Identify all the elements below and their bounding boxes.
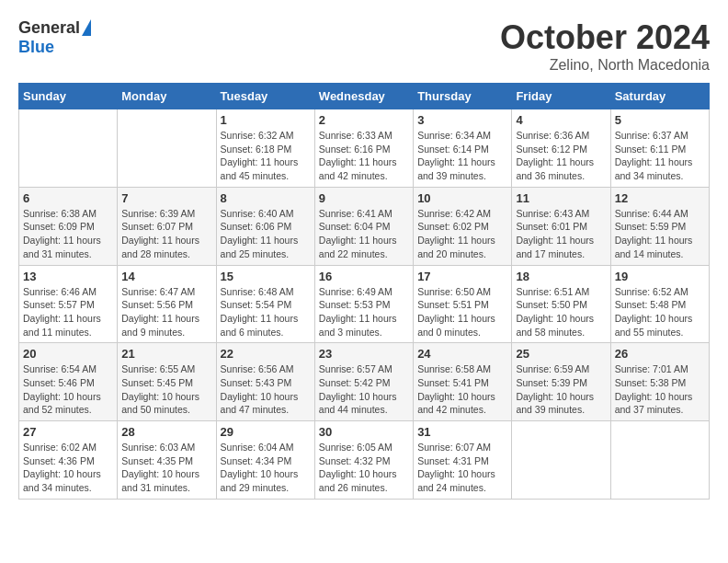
calendar-cell: 13Sunrise: 6:46 AMSunset: 5:57 PMDayligh… bbox=[19, 265, 118, 343]
day-number: 11 bbox=[516, 191, 606, 205]
calendar-cell: 14Sunrise: 6:47 AMSunset: 5:56 PMDayligh… bbox=[118, 265, 216, 343]
day-number: 10 bbox=[417, 191, 507, 205]
header-saturday: Saturday bbox=[610, 84, 709, 109]
calendar-cell: 20Sunrise: 6:54 AMSunset: 5:46 PMDayligh… bbox=[19, 343, 118, 421]
day-detail: Sunrise: 6:05 AMSunset: 4:32 PMDaylight:… bbox=[319, 441, 409, 495]
day-number: 20 bbox=[23, 347, 113, 361]
calendar-cell: 26Sunrise: 7:01 AMSunset: 5:38 PMDayligh… bbox=[610, 343, 709, 421]
day-detail: Sunrise: 6:58 AMSunset: 5:41 PMDaylight:… bbox=[417, 362, 507, 417]
day-detail: Sunrise: 6:43 AMSunset: 6:01 PMDaylight:… bbox=[516, 207, 606, 261]
week-row-1: 1Sunrise: 6:32 AMSunset: 6:18 PMDaylight… bbox=[19, 109, 710, 188]
week-row-4: 20Sunrise: 6:54 AMSunset: 5:46 PMDayligh… bbox=[19, 343, 710, 421]
day-detail: Sunrise: 6:34 AMSunset: 6:14 PMDaylight:… bbox=[417, 129, 507, 183]
day-number: 26 bbox=[615, 347, 705, 361]
title-area: October 2024 Zelino, North Macedonia bbox=[500, 18, 710, 74]
day-number: 30 bbox=[319, 425, 409, 439]
day-number: 31 bbox=[417, 425, 507, 439]
day-detail: Sunrise: 6:51 AMSunset: 5:50 PMDaylight:… bbox=[516, 285, 606, 339]
day-detail: Sunrise: 6:55 AMSunset: 5:45 PMDaylight:… bbox=[121, 362, 211, 417]
day-detail: Sunrise: 6:04 AMSunset: 4:34 PMDaylight:… bbox=[221, 441, 311, 495]
calendar-cell: 23Sunrise: 6:57 AMSunset: 5:42 PMDayligh… bbox=[314, 343, 413, 421]
calendar-cell bbox=[118, 109, 216, 188]
calendar-cell: 22Sunrise: 6:56 AMSunset: 5:43 PMDayligh… bbox=[216, 343, 314, 421]
day-number: 3 bbox=[417, 113, 507, 127]
day-detail: Sunrise: 6:40 AMSunset: 6:06 PMDaylight:… bbox=[221, 207, 311, 261]
calendar-cell: 9Sunrise: 6:41 AMSunset: 6:04 PMDaylight… bbox=[314, 187, 413, 265]
calendar-cell bbox=[512, 421, 610, 500]
day-detail: Sunrise: 6:44 AMSunset: 5:59 PMDaylight:… bbox=[615, 207, 705, 261]
week-row-5: 27Sunrise: 6:02 AMSunset: 4:36 PMDayligh… bbox=[19, 421, 710, 500]
day-detail: Sunrise: 6:33 AMSunset: 6:16 PMDaylight:… bbox=[319, 129, 409, 183]
day-detail: Sunrise: 6:41 AMSunset: 6:04 PMDaylight:… bbox=[319, 207, 409, 261]
calendar-table: SundayMondayTuesdayWednesdayThursdayFrid… bbox=[18, 83, 710, 500]
logo-triangle-icon bbox=[82, 19, 91, 36]
calendar-cell: 2Sunrise: 6:33 AMSunset: 6:16 PMDaylight… bbox=[314, 109, 413, 188]
day-detail: Sunrise: 6:03 AMSunset: 4:35 PMDaylight:… bbox=[121, 441, 211, 495]
calendar-cell: 12Sunrise: 6:44 AMSunset: 5:59 PMDayligh… bbox=[610, 187, 709, 265]
day-number: 6 bbox=[23, 191, 113, 205]
day-number: 1 bbox=[221, 113, 311, 127]
calendar-cell: 28Sunrise: 6:03 AMSunset: 4:35 PMDayligh… bbox=[118, 421, 216, 500]
calendar-cell: 29Sunrise: 6:04 AMSunset: 4:34 PMDayligh… bbox=[216, 421, 314, 500]
calendar-cell: 18Sunrise: 6:51 AMSunset: 5:50 PMDayligh… bbox=[512, 265, 610, 343]
calendar-header-row: SundayMondayTuesdayWednesdayThursdayFrid… bbox=[19, 84, 710, 109]
header-wednesday: Wednesday bbox=[314, 84, 413, 109]
calendar-cell: 1Sunrise: 6:32 AMSunset: 6:18 PMDaylight… bbox=[216, 109, 314, 188]
day-number: 12 bbox=[615, 191, 705, 205]
calendar-cell: 10Sunrise: 6:42 AMSunset: 6:02 PMDayligh… bbox=[414, 187, 512, 265]
day-number: 15 bbox=[221, 270, 311, 283]
logo: General Blue bbox=[18, 18, 91, 57]
day-detail: Sunrise: 7:01 AMSunset: 5:38 PMDaylight:… bbox=[615, 362, 705, 417]
day-detail: Sunrise: 6:52 AMSunset: 5:48 PMDaylight:… bbox=[615, 285, 705, 339]
day-detail: Sunrise: 6:39 AMSunset: 6:07 PMDaylight:… bbox=[121, 207, 211, 261]
day-detail: Sunrise: 6:02 AMSunset: 4:36 PMDaylight:… bbox=[23, 441, 113, 495]
calendar-cell: 25Sunrise: 6:59 AMSunset: 5:39 PMDayligh… bbox=[512, 343, 610, 421]
calendar-cell: 27Sunrise: 6:02 AMSunset: 4:36 PMDayligh… bbox=[19, 421, 118, 500]
calendar-cell bbox=[19, 109, 118, 188]
day-number: 7 bbox=[121, 191, 211, 205]
day-detail: Sunrise: 6:36 AMSunset: 6:12 PMDaylight:… bbox=[516, 129, 606, 183]
day-number: 24 bbox=[417, 347, 507, 361]
day-number: 23 bbox=[319, 347, 409, 361]
day-number: 28 bbox=[121, 425, 211, 439]
day-number: 13 bbox=[23, 270, 113, 283]
calendar-cell: 21Sunrise: 6:55 AMSunset: 5:45 PMDayligh… bbox=[118, 343, 216, 421]
calendar-cell: 3Sunrise: 6:34 AMSunset: 6:14 PMDaylight… bbox=[414, 109, 512, 188]
day-detail: Sunrise: 6:07 AMSunset: 4:31 PMDaylight:… bbox=[417, 441, 507, 495]
calendar-cell: 16Sunrise: 6:49 AMSunset: 5:53 PMDayligh… bbox=[314, 265, 413, 343]
day-detail: Sunrise: 6:56 AMSunset: 5:43 PMDaylight:… bbox=[221, 362, 311, 417]
calendar-cell: 5Sunrise: 6:37 AMSunset: 6:11 PMDaylight… bbox=[610, 109, 709, 188]
header-thursday: Thursday bbox=[414, 84, 512, 109]
day-number: 16 bbox=[319, 270, 409, 283]
day-detail: Sunrise: 6:57 AMSunset: 5:42 PMDaylight:… bbox=[319, 362, 409, 417]
calendar-cell: 30Sunrise: 6:05 AMSunset: 4:32 PMDayligh… bbox=[314, 421, 413, 500]
day-number: 2 bbox=[319, 113, 409, 127]
header-sunday: Sunday bbox=[19, 84, 118, 109]
calendar-cell bbox=[610, 421, 709, 500]
header-monday: Monday bbox=[118, 84, 216, 109]
calendar-cell: 31Sunrise: 6:07 AMSunset: 4:31 PMDayligh… bbox=[414, 421, 512, 500]
day-detail: Sunrise: 6:46 AMSunset: 5:57 PMDaylight:… bbox=[23, 285, 113, 339]
calendar-cell: 15Sunrise: 6:48 AMSunset: 5:54 PMDayligh… bbox=[216, 265, 314, 343]
header: General Blue October 2024 Zelino, North … bbox=[18, 18, 710, 74]
logo-blue-text: Blue bbox=[18, 38, 54, 57]
day-detail: Sunrise: 6:42 AMSunset: 6:02 PMDaylight:… bbox=[417, 207, 507, 261]
location-subtitle: Zelino, North Macedonia bbox=[500, 57, 710, 74]
logo-general-text: General bbox=[18, 18, 80, 38]
header-friday: Friday bbox=[512, 84, 610, 109]
day-number: 22 bbox=[221, 347, 311, 361]
day-number: 18 bbox=[516, 270, 606, 283]
day-detail: Sunrise: 6:48 AMSunset: 5:54 PMDaylight:… bbox=[221, 285, 311, 339]
day-detail: Sunrise: 6:37 AMSunset: 6:11 PMDaylight:… bbox=[615, 129, 705, 183]
calendar-cell: 6Sunrise: 6:38 AMSunset: 6:09 PMDaylight… bbox=[19, 187, 118, 265]
day-number: 9 bbox=[319, 191, 409, 205]
day-detail: Sunrise: 6:49 AMSunset: 5:53 PMDaylight:… bbox=[319, 285, 409, 339]
day-number: 14 bbox=[121, 270, 211, 283]
day-number: 4 bbox=[516, 113, 606, 127]
day-number: 25 bbox=[516, 347, 606, 361]
calendar-cell: 19Sunrise: 6:52 AMSunset: 5:48 PMDayligh… bbox=[610, 265, 709, 343]
header-tuesday: Tuesday bbox=[216, 84, 314, 109]
week-row-3: 13Sunrise: 6:46 AMSunset: 5:57 PMDayligh… bbox=[19, 265, 710, 343]
month-year-title: October 2024 bbox=[500, 18, 710, 57]
calendar-cell: 17Sunrise: 6:50 AMSunset: 5:51 PMDayligh… bbox=[414, 265, 512, 343]
